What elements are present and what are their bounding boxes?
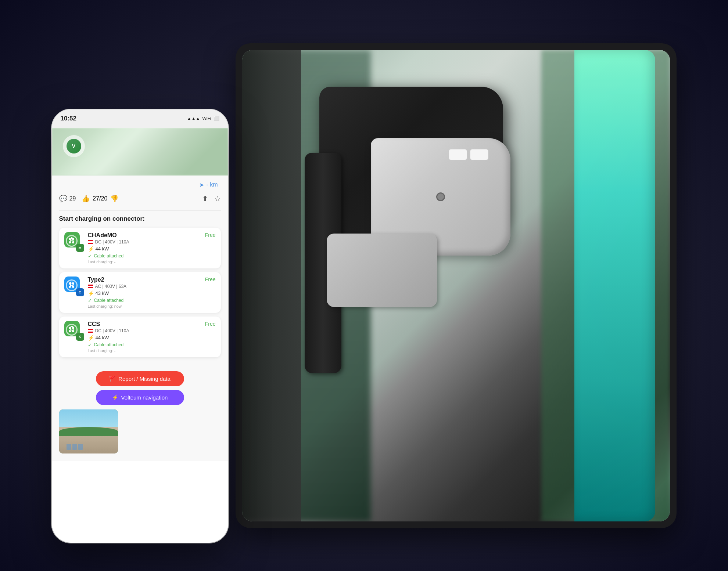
dc-flag bbox=[88, 240, 93, 244]
type2-specs: AC | 400V | 63A bbox=[88, 284, 216, 289]
type2-power: 43 kW bbox=[96, 290, 109, 296]
phone-status-bar: 10:52 ▲▲▲ WiFi ⬜ bbox=[52, 109, 228, 128]
type2-cable-icon: ✓ bbox=[88, 298, 92, 303]
ccs-flag bbox=[88, 329, 93, 333]
type2-status: Free bbox=[205, 277, 216, 282]
stats-row: 💬 29 👍 27/20 👎 ⬆ ☆ bbox=[59, 193, 221, 205]
plug-button-2 bbox=[470, 149, 488, 160]
star-icon[interactable]: ☆ bbox=[214, 194, 221, 203]
type2-dots bbox=[69, 282, 75, 288]
status-icons-group: ▲▲▲ WiFi ⬜ bbox=[187, 116, 219, 121]
connector-card-ccs[interactable]: C bbox=[59, 317, 221, 357]
t2dot1 bbox=[69, 282, 71, 285]
t2dot2 bbox=[72, 282, 74, 285]
cdot1 bbox=[69, 327, 71, 329]
type2-badge-letter: C bbox=[79, 290, 81, 294]
dark-pole bbox=[242, 50, 301, 521]
ac-flag bbox=[88, 285, 93, 288]
cdot3 bbox=[69, 330, 71, 332]
type2-badge: C bbox=[76, 288, 84, 296]
connector-card-chademo[interactable]: A bbox=[59, 228, 221, 268]
chademo-specs: DC | 400V | 110A bbox=[88, 239, 216, 245]
report-missing-data-button[interactable]: 🚩 Report / Missing data bbox=[96, 371, 184, 386]
type2-spec-text: AC | 400V | 63A bbox=[95, 284, 127, 289]
chademo-last-charging: Last charging: - bbox=[88, 260, 216, 264]
ev-charger-photo bbox=[242, 50, 670, 521]
report-flag-icon: 🚩 bbox=[109, 376, 115, 382]
comments-count: 29 bbox=[69, 195, 76, 202]
teal-bar bbox=[574, 50, 655, 521]
signal-icon: ▲▲▲ bbox=[187, 116, 200, 121]
cdot4 bbox=[72, 330, 74, 332]
ccs-last-charging: Last charging: - bbox=[88, 348, 216, 353]
location-thumbnail[interactable] bbox=[59, 409, 118, 453]
dot1 bbox=[69, 238, 71, 240]
chademo-power-row: ⚡ 44 kW bbox=[88, 246, 216, 252]
chademo-name: CHAdeMO bbox=[88, 232, 117, 239]
phone-scroll-area[interactable]: ➤ - km 💬 29 👍 27/20 👎 bbox=[52, 176, 228, 543]
dot2 bbox=[72, 238, 74, 240]
chademo-cable-icon: ✓ bbox=[88, 253, 92, 259]
comment-icon: 💬 bbox=[59, 195, 67, 203]
divider-1 bbox=[59, 210, 221, 211]
ccs-status: Free bbox=[205, 321, 216, 327]
phone-frame: 10:52 ▲▲▲ WiFi ⬜ V ➤ - km bbox=[52, 109, 228, 543]
chademo-spec-text: DC | 400V | 110A bbox=[95, 239, 129, 245]
chademo-name-row: CHAdeMO Free bbox=[88, 232, 216, 239]
location-thumbnail-area bbox=[52, 409, 228, 461]
connector-section-title: Start charging on connector: bbox=[59, 215, 221, 223]
thumbs-down-icon[interactable]: 👎 bbox=[110, 195, 118, 203]
chademo-power: 44 kW bbox=[96, 246, 109, 252]
tablet-frame bbox=[236, 43, 677, 528]
plug-buttons bbox=[449, 149, 488, 160]
window3 bbox=[78, 444, 83, 450]
connector-card-type2[interactable]: B bbox=[59, 272, 221, 313]
chademo-badge: M bbox=[76, 244, 84, 252]
volteum-button-label: Volteum navigation bbox=[121, 394, 168, 401]
ccs-badge: K bbox=[76, 333, 84, 341]
ccs-wheel-circle bbox=[66, 324, 78, 336]
distance-row: ➤ - km bbox=[59, 181, 221, 188]
building-windows bbox=[67, 444, 83, 450]
type2-cable: Cable attached bbox=[94, 298, 124, 303]
vote-section: 👍 27/20 👎 bbox=[82, 195, 118, 203]
ccs-cable-icon: ✓ bbox=[88, 342, 92, 348]
ccs-power: 44 kW bbox=[96, 335, 109, 340]
plug-rivet bbox=[436, 192, 445, 201]
plug-button-1 bbox=[449, 149, 467, 160]
phone-map[interactable]: V bbox=[52, 128, 228, 176]
window1 bbox=[67, 444, 71, 450]
ccs-icon-wrapper: C bbox=[64, 321, 83, 340]
type2-name: Type2 bbox=[88, 277, 104, 283]
type2-last-charging: Last charging: now bbox=[88, 304, 216, 308]
t2dot4 bbox=[72, 286, 74, 288]
chademo-icon-wrapper: A bbox=[64, 232, 83, 251]
ccs-badge-letter: K bbox=[79, 335, 81, 339]
volteum-navigation-button[interactable]: ⚡ Volteum navigation bbox=[96, 390, 184, 405]
tablet-screen bbox=[242, 50, 670, 521]
comments-stat[interactable]: 💬 29 bbox=[59, 195, 76, 203]
distance-nav[interactable]: ➤ - km bbox=[199, 181, 218, 188]
volteum-lightning-icon: ⚡ bbox=[112, 394, 118, 400]
action-buttons-area: 🚩 Report / Missing data ⚡ Volteum naviga… bbox=[52, 367, 228, 409]
cdot2 bbox=[72, 327, 74, 329]
ccs-spec-text: DC | 400V | 110A bbox=[95, 328, 129, 333]
chademo-wheel-circle bbox=[66, 235, 78, 247]
share-icon[interactable]: ⬆ bbox=[202, 194, 208, 203]
charger-plug-area bbox=[297, 79, 555, 502]
window2 bbox=[72, 444, 77, 450]
nav-arrow-icon: ➤ bbox=[199, 181, 204, 188]
thumbnail-trees bbox=[59, 427, 118, 436]
distance-value: - km bbox=[206, 181, 218, 188]
chademo-cable-row: ✓ Cable attached bbox=[88, 253, 216, 259]
chademo-info: CHAdeMO Free DC | 400V | 110A ⚡ 44 kW bbox=[88, 232, 216, 264]
dot3 bbox=[69, 241, 71, 243]
battery-icon: ⬜ bbox=[214, 116, 219, 121]
thumbs-up-icon[interactable]: 👍 bbox=[82, 195, 90, 203]
chademo-lightning: ⚡ bbox=[88, 246, 94, 252]
type2-cable-row: ✓ Cable attached bbox=[88, 298, 216, 303]
type2-lightning: ⚡ bbox=[88, 290, 94, 296]
type2-info: Type2 Free AC | 400V | 63A ⚡ 43 kW ✓ bbox=[88, 277, 216, 308]
type2-power-row: ⚡ 43 kW bbox=[88, 290, 216, 296]
action-icons: ⬆ ☆ bbox=[202, 194, 221, 203]
